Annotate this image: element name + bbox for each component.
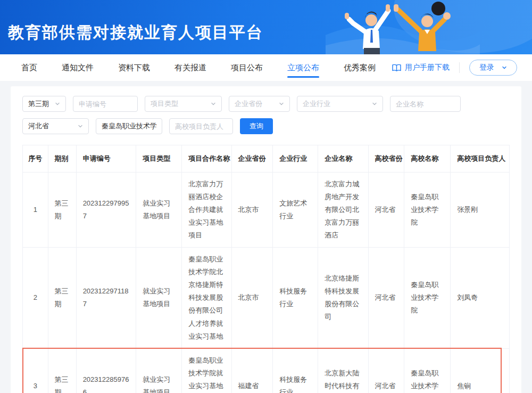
chevron-down-icon [372,101,377,107]
column-header: 企业名称 [318,145,368,173]
filter-bar: 第三期 项目类型 企业省份 企业行业 河北省 [22,96,510,134]
company-industry-select[interactable]: 企业行业 [297,96,383,112]
table-cell: 北京富力城房地产开发有限公司北京富力万丽酒店 [318,173,368,248]
table-cell: 秦皇岛职业技术学院 [404,248,451,348]
table-cell: 3 [23,348,48,393]
table-cell: 2023122979957 [76,173,136,248]
project-type-select[interactable]: 项目类型 [145,96,222,112]
table-cell: 河北省 [368,248,404,348]
table-cell: 1 [23,173,48,248]
table-cell: 第三期 [48,248,76,348]
nav-tab-5[interactable]: 立项公布 [287,55,319,80]
table-cell: 焦锏 [451,348,510,393]
table-cell: 秦皇岛职业技术学院 [404,173,451,248]
school-leader-input[interactable] [169,118,233,134]
nav-tabs: 首页通知文件资料下载有关报道项目公布立项公布优秀案例 [21,55,392,80]
column-header: 企业省份 [231,145,273,173]
chevron-down-icon [502,65,507,70]
table-cell: 2023122859766 [76,348,136,393]
nav-tab-4[interactable]: 项目公布 [231,55,263,80]
table-cell: 2 [23,248,48,348]
table-cell: 北京富力万丽酒店校企合作共建就业实习基地项目 [182,173,231,248]
user-manual-download-link[interactable]: 用户手册下载 [392,63,450,72]
nav-tab-1[interactable]: 通知文件 [62,55,94,80]
table-cell: 秦皇岛职业技术学院 [404,348,451,393]
column-header: 项目合作名称 [182,145,231,173]
table-cell: 文旅艺术行业 [273,173,318,248]
period-select[interactable]: 第三期 [22,96,66,112]
search-button[interactable]: 查询 [240,118,273,134]
table-wrap: 序号期别申请编号项目类型项目合作名称企业省份企业行业企业名称高校省份高校名称高校… [22,145,510,393]
table-cell: 北京络捷斯特科技发展股份有限公司 [318,248,368,348]
table-body: 1第三期2023122979957就业实习基地项目北京富力万丽酒店校企合作共建就… [23,173,510,393]
table-cell: 秦皇岛职业技术学院北京络捷斯特科技发展股份有限公司人才培养就业实习基地 [182,248,231,348]
table-header-row: 序号期别申请编号项目类型项目合作名称企业省份企业行业企业名称高校省份高校名称高校… [23,145,510,173]
projects-table: 序号期别申请编号项目类型项目合作名称企业省份企业行业企业名称高校省份高校名称高校… [22,145,510,393]
company-province-placeholder: 企业省份 [235,99,262,109]
table-cell: 北京市 [231,248,273,348]
table-cell: 刘凤奇 [451,248,510,348]
column-header: 高校名称 [404,145,451,173]
table-row[interactable]: 1第三期2023122979957就业实习基地项目北京富力万丽酒店校企合作共建就… [23,173,510,248]
column-header: 序号 [23,145,48,173]
table-cell: 就业实习基地项目 [136,348,182,393]
column-header: 申请编号 [76,145,136,173]
column-header: 高校省份 [368,145,404,173]
table-cell: 河北省 [368,173,404,248]
content-card: 第三期 项目类型 企业省份 企业行业 河北省 [11,86,521,393]
table-cell: 就业实习基地项目 [136,248,182,348]
login-label: 登录 [479,63,494,72]
column-header: 期别 [48,145,76,173]
table-cell: 就业实习基地项目 [136,173,182,248]
chevron-down-icon [78,124,83,129]
table-cell: 2023122971187 [76,248,136,348]
nav-right: 用户手册下载 登录 [392,60,517,76]
table-cell: 北京市 [231,173,273,248]
table-cell: 第三期 [48,173,76,248]
table-row[interactable]: 3第三期2023122859766就业实习基地项目秦皇岛职业技术学院就业实习基地… [23,348,510,393]
table-cell: 北京新大陆时代科技有限公司 [318,348,368,393]
nav-tab-0[interactable]: 首页 [21,55,37,80]
user-manual-label: 用户手册下载 [405,63,450,72]
application-no-input[interactable] [73,96,138,112]
column-header: 高校项目负责人 [451,145,510,173]
school-name-input[interactable] [96,118,162,134]
main-nav: 首页通知文件资料下载有关报道项目公布立项公布优秀案例 用户手册下载 登录 [0,54,532,81]
table-cell: 第三期 [48,348,76,393]
table-cell: 秦皇岛职业技术学院就业实习基地项目（物联网方向） [182,348,231,393]
school-province-value: 河北省 [28,121,49,131]
table-cell: 张景刚 [451,173,510,248]
column-header: 项目类型 [136,145,182,173]
chevron-down-icon [279,101,284,107]
filter-row-2: 河北省 查询 [22,118,510,134]
book-icon [392,64,401,72]
table-cell: 福建省 [231,348,273,393]
nav-divider [459,62,460,73]
table-cell: 科技服务行业 [273,348,318,393]
login-button[interactable]: 登录 [469,60,517,76]
column-header: 企业行业 [273,145,318,173]
project-type-placeholder: 项目类型 [151,99,178,109]
chevron-down-icon [55,101,60,107]
nav-tab-3[interactable]: 有关报道 [174,55,206,80]
page-title: 教育部供需对接就业育人项目平台 [8,22,263,44]
filter-row-1: 第三期 项目类型 企业省份 企业行业 [22,96,510,112]
highfive-illustration [326,0,480,54]
company-industry-placeholder: 企业行业 [303,99,330,109]
nav-tab-2[interactable]: 资料下载 [118,55,150,80]
school-province-select[interactable]: 河北省 [22,118,89,134]
chevron-down-icon [211,101,216,107]
company-province-select[interactable]: 企业省份 [229,96,290,112]
table-cell: 科技服务行业 [273,248,318,348]
nav-tab-6[interactable]: 优秀案例 [344,55,376,80]
table-cell: 河北省 [368,348,404,393]
table-row[interactable]: 2第三期2023122971187就业实习基地项目秦皇岛职业技术学院北京络捷斯特… [23,248,510,348]
app-banner: 教育部供需对接就业育人项目平台 [0,0,532,54]
period-select-value: 第三期 [28,99,49,109]
company-name-input[interactable] [390,96,461,112]
